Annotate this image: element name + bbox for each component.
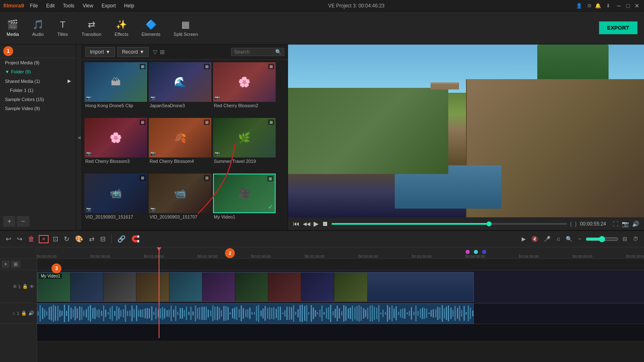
main-toolbar: 🎬 Media 🎵 Audio T Titles ⇄ Transition ✨ … (0, 12, 644, 45)
ruler-mark-300: 00:05:00:00 (573, 254, 592, 259)
crop-button[interactable]: ⊡ (51, 233, 60, 244)
undo-button[interactable]: ↩ (4, 233, 13, 244)
preview-video (288, 45, 644, 217)
minimize-button[interactable]: ─ (615, 2, 623, 9)
toolbar-media[interactable]: 🎬 Media (0, 16, 26, 40)
snapshot-button[interactable]: 📷 (622, 221, 629, 227)
rotate-button[interactable]: ↻ (62, 233, 71, 244)
panel-item-folder1[interactable]: Folder 1 (1) (0, 86, 76, 95)
menu-help[interactable]: Help (122, 3, 137, 9)
mute-button[interactable]: 🔇 (530, 234, 540, 244)
cherry3-camera-icon: 📷 (86, 151, 91, 156)
filter-icon[interactable]: ▽ (153, 49, 157, 55)
media-item-japan[interactable]: 🌊 ⊞ 📷 JapanSeaDrone3 (149, 62, 211, 116)
video-track-label: ⊞ 1 🔒 👁 (0, 270, 37, 303)
zoom-in-button[interactable]: 🔍 (564, 234, 574, 244)
play-button[interactable]: ▶ (314, 220, 318, 228)
add-audio-button[interactable]: ⊞ (11, 261, 20, 268)
split-button[interactable]: ⊟ (98, 233, 107, 244)
media-item-cherry2[interactable]: 🌸 ⊞ 📷 Red Cherry Blossom2 (213, 62, 276, 116)
toolbar-transition[interactable]: ⇄ Transition (75, 16, 108, 40)
media-item-summer[interactable]: 🌿 ⊞ 📷 Summer Travel 2019 (213, 118, 276, 172)
zoom-out-button[interactable]: − (576, 234, 583, 244)
video-track[interactable]: My Video1 (37, 270, 644, 303)
music-button[interactable]: ♫ (555, 234, 562, 244)
notification-icon[interactable]: 🔔 (595, 3, 601, 9)
time-display: 00:00:55:24 (580, 221, 606, 227)
panel-item-project-media[interactable]: Project Media (9) (0, 58, 76, 67)
eye-icon[interactable]: 👁 (30, 284, 34, 289)
user-icon[interactable]: 👤 (576, 3, 582, 9)
download-icon[interactable]: ⬇ (606, 3, 610, 9)
lock-icon[interactable]: 🔒 (22, 284, 28, 289)
zoom-slider[interactable] (585, 236, 618, 242)
progress-bar[interactable] (332, 223, 567, 225)
ruler-mark-180: 00:03:00:00 (358, 254, 378, 259)
panel-item-sample-colors[interactable]: Sample Colors (15) (0, 95, 76, 104)
stop-button[interactable]: ⏹ (322, 220, 328, 228)
toolbar-split-screen[interactable]: ▦ Split Screen (167, 16, 204, 40)
search-input[interactable] (234, 49, 275, 55)
audio-mute-icon[interactable]: 🔊 (28, 310, 34, 316)
toolbar-elements[interactable]: 🔷 Elements (135, 16, 167, 40)
fullscreen-button[interactable]: ⛶ (613, 221, 618, 227)
panel-item-shared-media[interactable]: Shared Media (1) ▶ (0, 76, 76, 86)
toolbar-audio[interactable]: 🎵 Audio (26, 16, 50, 40)
cut-button[interactable]: ✕ (39, 235, 49, 243)
color-button[interactable]: 🎨 (73, 233, 85, 244)
menu-export[interactable]: Export (99, 3, 118, 9)
timeline-track-labels: + ⊞ ⊞ 1 🔒 👁 ♫ 1 🔒 🔊 (0, 247, 37, 362)
delete-button[interactable]: 🗑 (26, 234, 36, 244)
media-item-myvideo[interactable]: 🎥 ⊞ ✓ My Video1 (213, 174, 276, 228)
record-button[interactable]: Record ▼ (117, 47, 149, 57)
cherry4-camera-icon: 📷 (150, 151, 155, 156)
menu-file[interactable]: File (28, 3, 40, 9)
menu-view[interactable]: View (80, 3, 96, 9)
clock-button[interactable]: ⏱ (631, 234, 640, 244)
add-track-button[interactable]: + (2, 261, 9, 268)
video-clip[interactable]: My Video1 (37, 272, 474, 302)
media-item-vid1[interactable]: 📹 + ⊞ 📷 VID_20190903_151617 (84, 174, 147, 228)
volume-button[interactable]: 🔊 (632, 221, 639, 227)
import-button[interactable]: Import ▼ (85, 47, 115, 57)
maximize-button[interactable]: □ (624, 2, 632, 9)
add-folder-button[interactable]: + (3, 216, 15, 227)
media-item-cherry3[interactable]: 🌸 ⊞ 📷 Red Cherry Blossom3 (84, 118, 147, 172)
elements-label: Elements (141, 32, 160, 37)
audio-track[interactable] (37, 303, 644, 324)
chain-button[interactable]: 🔗 (116, 233, 127, 244)
redo-button[interactable]: ↪ (15, 233, 24, 244)
step-back-button[interactable]: ◀◀ (303, 221, 310, 227)
media-item-vid2[interactable]: 📹 ⊞ 📷 VID_20190903_151707 (149, 174, 211, 228)
toolbar-titles[interactable]: T Titles (50, 16, 75, 40)
rewind-button[interactable]: ⏮ (293, 220, 300, 228)
media-label: Media (7, 32, 19, 37)
media-item-cherry4[interactable]: 🍂 ⊞ 📷 Red Cherry Blossom4 (149, 118, 211, 172)
grid-view-icon[interactable]: ⊞ (160, 49, 165, 55)
fit-button[interactable]: ⊟ (621, 234, 629, 244)
myvideo-check-icon: ✓ (268, 203, 273, 211)
music-track[interactable] (37, 324, 644, 341)
frame-2 (70, 273, 103, 301)
toolbar-effects[interactable]: ✨ Effects (108, 16, 135, 40)
transition-timeline-button[interactable]: ⇄ (87, 233, 96, 244)
step-2-marker: 2 (225, 248, 235, 258)
audio-clip[interactable] (37, 303, 474, 324)
panel-item-sample-video[interactable]: Sample Video (9) (0, 104, 76, 113)
playhead-head (156, 247, 162, 251)
settings-icon[interactable]: ⚙ (587, 3, 592, 9)
play-timeline-button[interactable]: ▶ (520, 234, 527, 244)
panel-collapse-handle[interactable]: ◀ (76, 45, 82, 230)
close-button[interactable]: ✕ (633, 2, 641, 9)
audio-lock-icon[interactable]: 🔒 (21, 310, 27, 316)
remove-folder-button[interactable]: − (17, 216, 29, 227)
menu-edit[interactable]: Edit (44, 3, 57, 9)
magnet-button[interactable]: 🧲 (130, 233, 141, 244)
panel-item-folder[interactable]: ▼ Folder (9) (0, 67, 76, 76)
ruler-mark-120: 00:02:00:00 (251, 254, 271, 259)
media-item-hk[interactable]: 🏔 ⊞ 📷 Hong Kong Drone5 Clip (84, 62, 147, 116)
titles-label: Titles (57, 32, 68, 37)
menu-tools[interactable]: Tools (61, 3, 77, 9)
export-button[interactable]: EXPORT (599, 21, 637, 34)
voiceover-button[interactable]: 🎤 (542, 234, 552, 244)
